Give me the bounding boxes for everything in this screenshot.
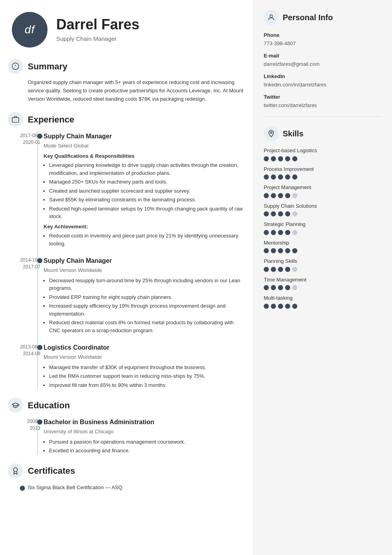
skill-name-8: Time Management	[264, 276, 382, 284]
list-item: Increased supply efficiency by 19% throu…	[49, 302, 245, 318]
timeline-dot-3	[37, 345, 42, 350]
edu-degree-1: Bachelor in Business Administration	[44, 417, 245, 427]
dot-empty	[292, 267, 297, 272]
dot-filled	[278, 304, 283, 309]
dot-filled	[278, 174, 283, 180]
candidate-name: Darrel Fares	[56, 16, 139, 33]
job-title-3: Logistics Coordinator	[44, 343, 245, 352]
email-value: darrelzfares@gmail.com	[264, 60, 382, 68]
dot-filled	[271, 285, 276, 290]
twitter-row: Twitter twitter.com/darrelzfares	[264, 93, 382, 109]
list-item: Managed 250+ SKUs for machinery parts an…	[49, 178, 245, 186]
summary-icon	[8, 59, 23, 74]
job-title-2: Supply Chain Manager	[44, 256, 245, 266]
experience-header: Experience	[8, 112, 245, 127]
dot-filled	[271, 193, 276, 198]
skill-name-4: Supply Chain Solutions	[264, 202, 382, 210]
edu-dot-1	[37, 419, 42, 425]
svg-point-5	[270, 15, 273, 17]
dot-filled	[264, 156, 269, 161]
dot-filled	[292, 156, 297, 161]
job-item-2: 2014-10 -2017-07 Supply Chain Manager Mo…	[44, 256, 245, 334]
resume-header: df Darrel Fares Supply Chain Manager	[8, 12, 245, 48]
job-date-1: 2017-08 -2020-01	[8, 132, 40, 146]
skill-name-6: Mentorship	[264, 239, 382, 247]
skills-title: Skills	[283, 128, 303, 140]
dot-filled	[285, 193, 290, 198]
dot-filled	[264, 304, 269, 309]
dot-empty	[292, 285, 297, 290]
linkedin-row: LinkedIn linkedin.com/in/darrelzfares	[264, 73, 382, 88]
dot-filled	[264, 267, 269, 272]
education-section: Education 2009 -2013 Bachelor in Busines…	[8, 398, 245, 455]
dot-filled	[285, 248, 290, 253]
avatar: df	[12, 12, 48, 48]
skill-item-6: Mentorship	[264, 239, 382, 254]
dot-filled	[264, 211, 269, 216]
linkedin-value: linkedin.com/in/darrelzfares	[264, 81, 382, 89]
skill-dots-5	[264, 230, 382, 235]
cert-item-1: Six Sigma Black Belt Certification — ASQ	[28, 484, 122, 490]
edu-school-1: University of Illinois at Chicago	[44, 428, 245, 436]
dot-filled	[271, 304, 276, 309]
certificates-title: Certificates	[28, 464, 75, 477]
certificates-section: Certificates Six Sigma Black Belt Certif…	[8, 463, 245, 492]
education-timeline: 2009 -2013 Bachelor in Business Administ…	[8, 417, 245, 455]
header-info: Darrel Fares Supply Chain Manager	[56, 16, 139, 44]
dot-filled	[278, 230, 283, 235]
experience-title: Experience	[28, 113, 74, 126]
education-timeline-items: 2009 -2013 Bachelor in Business Administ…	[8, 417, 245, 455]
twitter-value: twitter.com/darrelzfares	[264, 101, 382, 109]
list-item: Excelled in accounting and finance.	[49, 447, 245, 455]
list-item: Decreased resupply turn-around time by 2…	[49, 277, 245, 292]
job3-bullets: Managed the transfer of $30K of equipmen…	[44, 364, 245, 389]
dot-filled	[285, 230, 290, 235]
dot-empty	[292, 230, 297, 235]
skill-dots-8	[264, 285, 382, 290]
edu-item-1: 2009 -2013 Bachelor in Business Administ…	[44, 417, 245, 455]
skill-dots-2	[264, 174, 382, 180]
dot-filled	[271, 211, 276, 216]
svg-rect-3	[12, 118, 19, 122]
skill-dots-1	[264, 156, 382, 161]
summary-section: Summary Organized supply chain manager w…	[8, 59, 245, 103]
dot-filled	[285, 285, 290, 290]
certificates-list: Six Sigma Black Belt Certification — ASQ	[8, 483, 245, 492]
timeline-dot-1	[37, 134, 42, 139]
dot-filled	[264, 285, 269, 290]
skill-item-7: Planning Skills	[264, 257, 382, 272]
cert-dot	[20, 486, 25, 491]
skills-header: Skills	[264, 126, 382, 141]
right-column: Personal Info Phone 773-398-4807 E-mail …	[253, 0, 392, 555]
skill-item-8: Time Management	[264, 276, 382, 291]
dot-filled	[278, 156, 283, 161]
phone-label: Phone	[264, 31, 382, 39]
summary-header: Summary	[8, 59, 245, 74]
dot-filled	[264, 174, 269, 180]
twitter-label: Twitter	[264, 93, 382, 101]
key-achievement-header: Key Achievement:	[44, 223, 245, 231]
dot-filled	[271, 230, 276, 235]
dot-filled	[278, 267, 283, 272]
list-item: Reduced direct material costs 8% on form…	[49, 319, 245, 334]
dot-filled	[278, 248, 283, 253]
dot-filled	[271, 174, 276, 180]
personal-info-title: Personal Info	[283, 11, 333, 23]
list-item: Improved fill rate from 65% to 90% withi…	[49, 381, 245, 389]
job2-bullets: Decreased resupply turn-around time by 2…	[44, 277, 245, 335]
dot-empty	[292, 211, 297, 216]
job-company-1: Mode Select Global	[44, 142, 245, 150]
skill-item-3: Project Management	[264, 184, 382, 198]
dot-filled	[264, 230, 269, 235]
skill-name-7: Planning Skills	[264, 257, 382, 265]
skill-dots-4	[264, 211, 382, 216]
dot-filled	[285, 174, 290, 180]
list-item: Provided ERP training for eight supply c…	[49, 293, 245, 301]
experience-timeline: 2017-08 -2020-01 Supply Chain Manager Mo…	[8, 132, 245, 389]
skill-item-9: Multi-tasking	[264, 294, 382, 309]
timeline-dot-2	[37, 258, 42, 263]
skill-item-4: Supply Chain Solutions	[264, 202, 382, 217]
dot-filled	[285, 211, 290, 216]
summary-text: Organized supply chain manager with 5+ y…	[8, 78, 245, 103]
dot-filled	[278, 285, 283, 290]
